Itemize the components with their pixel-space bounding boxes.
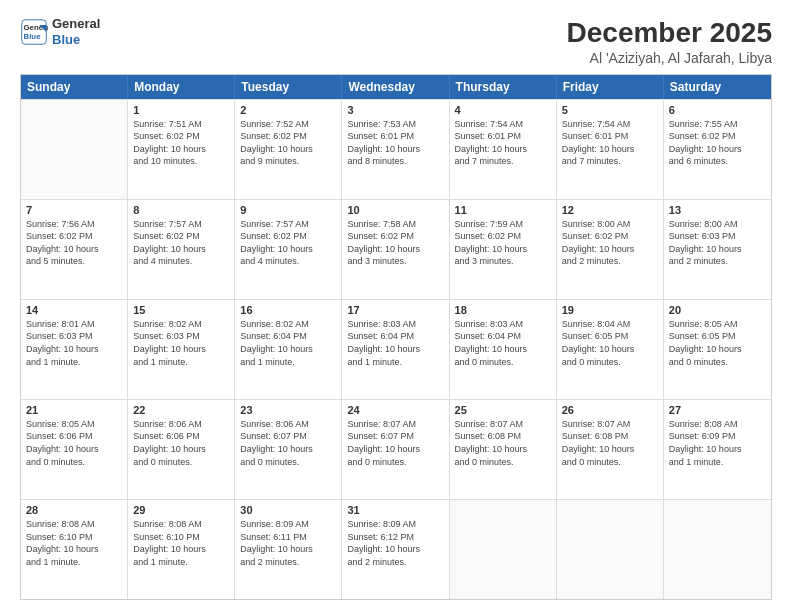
cell-info: Sunrise: 7:51 AMSunset: 6:02 PMDaylight:… — [133, 118, 229, 168]
cell-day-number: 9 — [240, 204, 336, 216]
cell-day-number: 1 — [133, 104, 229, 116]
calendar-body: 1Sunrise: 7:51 AMSunset: 6:02 PMDaylight… — [21, 99, 771, 599]
calendar-cell: 28Sunrise: 8:08 AMSunset: 6:10 PMDayligh… — [21, 500, 128, 599]
calendar-header: SundayMondayTuesdayWednesdayThursdayFrid… — [21, 75, 771, 99]
calendar-cell: 20Sunrise: 8:05 AMSunset: 6:05 PMDayligh… — [664, 300, 771, 399]
calendar-cell: 5Sunrise: 7:54 AMSunset: 6:01 PMDaylight… — [557, 100, 664, 199]
calendar-row: 21Sunrise: 8:05 AMSunset: 6:06 PMDayligh… — [21, 399, 771, 499]
cell-day-number: 26 — [562, 404, 658, 416]
cell-info: Sunrise: 8:04 AMSunset: 6:05 PMDaylight:… — [562, 318, 658, 368]
cell-info: Sunrise: 7:53 AMSunset: 6:01 PMDaylight:… — [347, 118, 443, 168]
cell-day-number: 24 — [347, 404, 443, 416]
calendar-cell: 21Sunrise: 8:05 AMSunset: 6:06 PMDayligh… — [21, 400, 128, 499]
calendar-header-cell: Sunday — [21, 75, 128, 99]
calendar-cell: 11Sunrise: 7:59 AMSunset: 6:02 PMDayligh… — [450, 200, 557, 299]
calendar-cell: 18Sunrise: 8:03 AMSunset: 6:04 PMDayligh… — [450, 300, 557, 399]
calendar-header-cell: Friday — [557, 75, 664, 99]
cell-day-number: 21 — [26, 404, 122, 416]
header: General Blue General Blue December 2025 … — [20, 16, 772, 66]
calendar-cell — [664, 500, 771, 599]
logo-icon: General Blue — [20, 18, 48, 46]
cell-info: Sunrise: 8:09 AMSunset: 6:11 PMDaylight:… — [240, 518, 336, 568]
cell-info: Sunrise: 8:02 AMSunset: 6:04 PMDaylight:… — [240, 318, 336, 368]
cell-info: Sunrise: 7:59 AMSunset: 6:02 PMDaylight:… — [455, 218, 551, 268]
calendar-cell — [557, 500, 664, 599]
calendar-cell: 12Sunrise: 8:00 AMSunset: 6:02 PMDayligh… — [557, 200, 664, 299]
cell-day-number: 19 — [562, 304, 658, 316]
cell-info: Sunrise: 8:00 AMSunset: 6:03 PMDaylight:… — [669, 218, 766, 268]
cell-info: Sunrise: 7:58 AMSunset: 6:02 PMDaylight:… — [347, 218, 443, 268]
cell-day-number: 30 — [240, 504, 336, 516]
cell-day-number: 4 — [455, 104, 551, 116]
cell-info: Sunrise: 7:57 AMSunset: 6:02 PMDaylight:… — [240, 218, 336, 268]
calendar-header-cell: Thursday — [450, 75, 557, 99]
svg-text:Blue: Blue — [24, 32, 42, 41]
cell-day-number: 16 — [240, 304, 336, 316]
calendar-cell: 24Sunrise: 8:07 AMSunset: 6:07 PMDayligh… — [342, 400, 449, 499]
calendar-cell: 14Sunrise: 8:01 AMSunset: 6:03 PMDayligh… — [21, 300, 128, 399]
cell-info: Sunrise: 8:06 AMSunset: 6:07 PMDaylight:… — [240, 418, 336, 468]
cell-day-number: 15 — [133, 304, 229, 316]
cell-day-number: 5 — [562, 104, 658, 116]
calendar-cell: 23Sunrise: 8:06 AMSunset: 6:07 PMDayligh… — [235, 400, 342, 499]
logo: General Blue General Blue — [20, 16, 100, 47]
calendar-cell: 26Sunrise: 8:07 AMSunset: 6:08 PMDayligh… — [557, 400, 664, 499]
cell-day-number: 10 — [347, 204, 443, 216]
calendar-header-cell: Monday — [128, 75, 235, 99]
calendar-cell: 3Sunrise: 7:53 AMSunset: 6:01 PMDaylight… — [342, 100, 449, 199]
cell-info: Sunrise: 8:03 AMSunset: 6:04 PMDaylight:… — [347, 318, 443, 368]
title-block: December 2025 Al 'Aziziyah, Al Jafarah, … — [567, 16, 772, 66]
logo-text: General Blue — [52, 16, 100, 47]
cell-day-number: 12 — [562, 204, 658, 216]
cell-info: Sunrise: 8:08 AMSunset: 6:10 PMDaylight:… — [26, 518, 122, 568]
calendar-cell: 15Sunrise: 8:02 AMSunset: 6:03 PMDayligh… — [128, 300, 235, 399]
cell-info: Sunrise: 7:54 AMSunset: 6:01 PMDaylight:… — [455, 118, 551, 168]
cell-day-number: 18 — [455, 304, 551, 316]
cell-info: Sunrise: 8:05 AMSunset: 6:05 PMDaylight:… — [669, 318, 766, 368]
calendar-cell: 22Sunrise: 8:06 AMSunset: 6:06 PMDayligh… — [128, 400, 235, 499]
cell-day-number: 7 — [26, 204, 122, 216]
calendar-cell: 13Sunrise: 8:00 AMSunset: 6:03 PMDayligh… — [664, 200, 771, 299]
cell-info: Sunrise: 7:56 AMSunset: 6:02 PMDaylight:… — [26, 218, 122, 268]
calendar-cell: 29Sunrise: 8:08 AMSunset: 6:10 PMDayligh… — [128, 500, 235, 599]
calendar-cell: 4Sunrise: 7:54 AMSunset: 6:01 PMDaylight… — [450, 100, 557, 199]
calendar-cell: 9Sunrise: 7:57 AMSunset: 6:02 PMDaylight… — [235, 200, 342, 299]
calendar-cell: 25Sunrise: 8:07 AMSunset: 6:08 PMDayligh… — [450, 400, 557, 499]
calendar-cell: 17Sunrise: 8:03 AMSunset: 6:04 PMDayligh… — [342, 300, 449, 399]
cell-info: Sunrise: 7:57 AMSunset: 6:02 PMDaylight:… — [133, 218, 229, 268]
cell-info: Sunrise: 8:00 AMSunset: 6:02 PMDaylight:… — [562, 218, 658, 268]
cell-day-number: 11 — [455, 204, 551, 216]
calendar-row: 7Sunrise: 7:56 AMSunset: 6:02 PMDaylight… — [21, 199, 771, 299]
calendar-row: 1Sunrise: 7:51 AMSunset: 6:02 PMDaylight… — [21, 99, 771, 199]
cell-day-number: 13 — [669, 204, 766, 216]
calendar-cell: 16Sunrise: 8:02 AMSunset: 6:04 PMDayligh… — [235, 300, 342, 399]
cell-day-number: 25 — [455, 404, 551, 416]
cell-info: Sunrise: 7:52 AMSunset: 6:02 PMDaylight:… — [240, 118, 336, 168]
calendar-cell: 19Sunrise: 8:04 AMSunset: 6:05 PMDayligh… — [557, 300, 664, 399]
calendar-cell: 31Sunrise: 8:09 AMSunset: 6:12 PMDayligh… — [342, 500, 449, 599]
cell-day-number: 2 — [240, 104, 336, 116]
cell-info: Sunrise: 8:08 AMSunset: 6:09 PMDaylight:… — [669, 418, 766, 468]
calendar-cell — [450, 500, 557, 599]
calendar-cell: 7Sunrise: 7:56 AMSunset: 6:02 PMDaylight… — [21, 200, 128, 299]
cell-day-number: 28 — [26, 504, 122, 516]
cell-day-number: 31 — [347, 504, 443, 516]
cell-day-number: 27 — [669, 404, 766, 416]
calendar-cell: 30Sunrise: 8:09 AMSunset: 6:11 PMDayligh… — [235, 500, 342, 599]
main-title: December 2025 — [567, 16, 772, 50]
subtitle: Al 'Aziziyah, Al Jafarah, Libya — [567, 50, 772, 66]
calendar-row: 14Sunrise: 8:01 AMSunset: 6:03 PMDayligh… — [21, 299, 771, 399]
cell-day-number: 6 — [669, 104, 766, 116]
cell-info: Sunrise: 8:07 AMSunset: 6:08 PMDaylight:… — [562, 418, 658, 468]
calendar-header-cell: Tuesday — [235, 75, 342, 99]
cell-day-number: 3 — [347, 104, 443, 116]
cell-info: Sunrise: 7:55 AMSunset: 6:02 PMDaylight:… — [669, 118, 766, 168]
calendar-cell: 8Sunrise: 7:57 AMSunset: 6:02 PMDaylight… — [128, 200, 235, 299]
cell-info: Sunrise: 8:03 AMSunset: 6:04 PMDaylight:… — [455, 318, 551, 368]
cell-day-number: 23 — [240, 404, 336, 416]
cell-day-number: 17 — [347, 304, 443, 316]
cell-info: Sunrise: 8:02 AMSunset: 6:03 PMDaylight:… — [133, 318, 229, 368]
cell-info: Sunrise: 8:08 AMSunset: 6:10 PMDaylight:… — [133, 518, 229, 568]
cell-info: Sunrise: 8:05 AMSunset: 6:06 PMDaylight:… — [26, 418, 122, 468]
cell-day-number: 8 — [133, 204, 229, 216]
